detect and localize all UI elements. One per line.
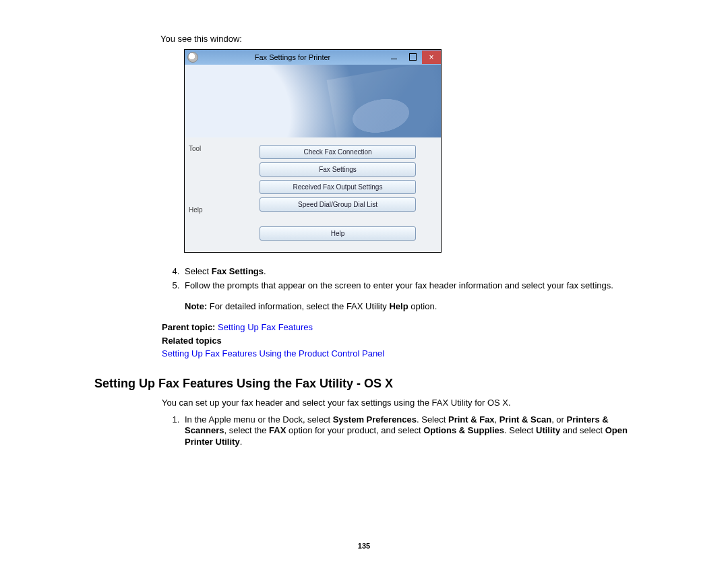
window-banner-image — [185, 65, 441, 137]
osx-step-1: In the Apple menu or the Dock, select Sy… — [182, 414, 634, 449]
minimize-icon[interactable] — [384, 51, 403, 64]
note-paragraph: Note: For detailed information, select t… — [185, 301, 634, 313]
check-fax-connection-button[interactable]: Check Fax Connection — [260, 145, 416, 159]
help-button[interactable]: Help — [260, 226, 416, 241]
speed-dial-button[interactable]: Speed Dial/Group Dial List — [260, 197, 416, 212]
fax-settings-screenshot: Fax Settings for Printer × Tool Help Che… — [184, 49, 442, 253]
fax-settings-button[interactable]: Fax Settings — [260, 162, 416, 177]
related-topic-link[interactable]: Setting Up Fax Features Using the Produc… — [162, 348, 634, 360]
parent-topic-line: Parent topic: Setting Up Fax Features — [162, 322, 634, 334]
close-icon[interactable]: × — [422, 51, 441, 64]
printer-icon — [187, 52, 198, 63]
window-titlebar: Fax Settings for Printer × — [185, 50, 441, 65]
step-4: Select Fax Settings. — [182, 266, 634, 278]
intro-text: You see this window: — [160, 34, 634, 45]
side-label-tool: Tool — [189, 144, 231, 153]
received-fax-output-button[interactable]: Received Fax Output Settings — [260, 180, 416, 194]
window-title: Fax Settings for Printer — [201, 53, 384, 62]
section-heading: Setting Up Fax Features Using the Fax Ut… — [94, 376, 634, 392]
instruction-steps: Select Fax Settings. Follow the prompts … — [94, 266, 634, 292]
maximize-icon[interactable] — [403, 51, 422, 64]
osx-steps: In the Apple menu or the Dock, select Sy… — [94, 414, 634, 449]
side-label-help: Help — [189, 206, 231, 214]
step-5: Follow the prompts that appear on the sc… — [182, 280, 634, 292]
page-number: 135 — [0, 542, 728, 550]
section-body: You can set up your fax header and selec… — [162, 398, 634, 409]
related-topics-heading: Related topics — [162, 336, 634, 347]
parent-topic-link[interactable]: Setting Up Fax Features — [218, 322, 313, 332]
